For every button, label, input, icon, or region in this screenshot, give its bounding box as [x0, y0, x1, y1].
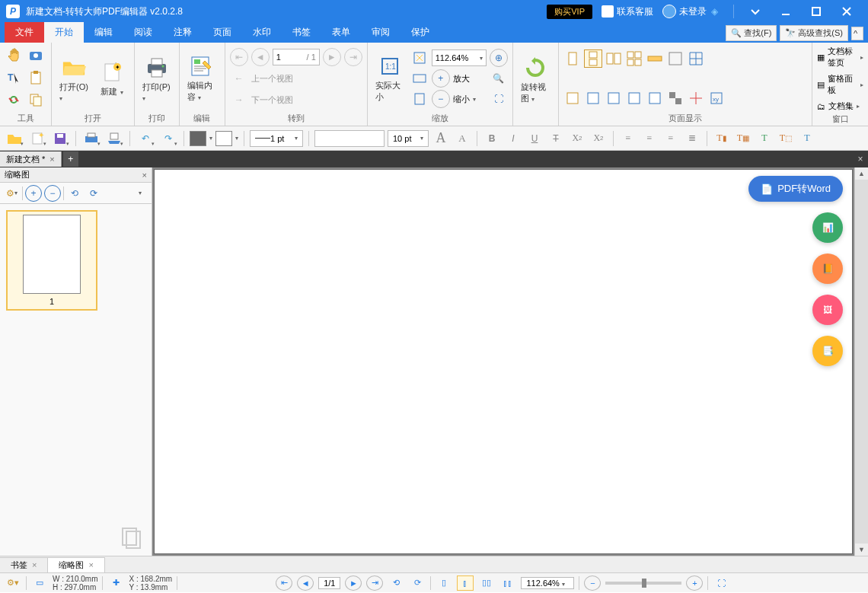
highlight-button[interactable]: T▦: [734, 129, 752, 148]
thumb-zoom-in-button[interactable]: +: [25, 185, 42, 202]
status-last-page-button[interactable]: ⇥: [366, 575, 383, 591]
pdf-to-image-button[interactable]: 🖼: [812, 295, 843, 325]
page-canvas[interactable]: 📄 PDF转Word 📊 📙 🖼 📑: [154, 169, 853, 554]
last-page-button[interactable]: ⇥: [344, 48, 362, 66]
ruler-button[interactable]: [646, 49, 664, 68]
advanced-find-button[interactable]: 🔭 高级查找(S): [780, 25, 848, 41]
clipboard-tool-button[interactable]: [27, 69, 45, 87]
superscript-button[interactable]: X2: [589, 129, 608, 148]
thumb-more-button[interactable]: ▾: [132, 185, 148, 202]
pdf-to-ppt-button[interactable]: 📙: [812, 253, 843, 284]
status-zoom-out-button[interactable]: −: [584, 575, 601, 591]
login-button[interactable]: 未登录 ◈: [662, 5, 718, 18]
rotate-view-button[interactable]: 旋转视图 ▾: [518, 54, 554, 106]
find-button[interactable]: 🔍 查找(F): [726, 25, 777, 41]
qt-save-button[interactable]: ▾: [50, 129, 70, 148]
print-button[interactable]: 打印(P) ▾: [139, 54, 174, 104]
qt-new-button[interactable]: ✦▾: [27, 129, 47, 148]
zoom-loupe-in-button[interactable]: ⊕: [490, 49, 508, 67]
grid1-button[interactable]: [666, 49, 685, 68]
status-page-input[interactable]: 1/1: [318, 577, 340, 589]
page-input[interactable]: 1/ 1: [273, 49, 320, 65]
checker-button[interactable]: [666, 89, 685, 107]
scroll-down-button[interactable]: ▼: [855, 544, 868, 556]
qt-undo-button[interactable]: ↶▾: [136, 129, 155, 148]
contact-support-button[interactable]: 联系客服: [602, 5, 653, 18]
vertical-scrollbar[interactable]: ▲ ▼: [854, 167, 868, 556]
pdf-to-word-button[interactable]: 📄 PDF转Word: [748, 176, 843, 202]
thumb-rotate-ccw-button[interactable]: ⟲: [66, 185, 83, 202]
bottom-tab-bookmarks[interactable]: 书签×: [0, 557, 48, 572]
zoom-input[interactable]: 112.64%▾: [432, 49, 487, 66]
text-select-tool-button[interactable]: T: [5, 69, 23, 87]
panels-button[interactable]: ▤ 窗格面板 ▸: [817, 73, 863, 96]
dropdown-button[interactable]: [740, 0, 771, 23]
status-next-page-button[interactable]: ►: [345, 575, 362, 591]
pdf-convert-button[interactable]: 📑: [812, 336, 843, 366]
xy-button[interactable]: xy: [707, 89, 726, 107]
grid2-button[interactable]: [687, 49, 705, 68]
text-color-button[interactable]: T▮: [713, 129, 731, 148]
thumb-options-button[interactable]: ⚙▾: [3, 185, 20, 202]
align-justify-button[interactable]: ≣: [683, 129, 701, 148]
buy-vip-button[interactable]: 购买VIP: [547, 5, 592, 19]
edit-content-button[interactable]: 编辑内容 ▾: [184, 53, 220, 104]
italic-button[interactable]: I: [504, 129, 522, 148]
snapshot-tool-button[interactable]: [27, 46, 45, 65]
zoom-slider[interactable]: [605, 582, 681, 585]
strike-button[interactable]: T: [547, 129, 565, 148]
align-left-button[interactable]: ≡: [619, 129, 637, 148]
actual-size-button[interactable]: 1:1 实际大小: [372, 53, 407, 104]
font-size-input[interactable]: 10 pt▾: [388, 130, 429, 147]
zoom-out-icon-button[interactable]: −: [432, 90, 450, 108]
qt-print-button[interactable]: ▾: [81, 129, 101, 148]
tab-protect[interactable]: 保护: [400, 22, 440, 43]
status-continuous-button[interactable]: ⫿: [457, 575, 474, 591]
qt-open-button[interactable]: ▾: [5, 129, 24, 148]
stroke-dd[interactable]: ▾: [235, 135, 238, 142]
line-width-input[interactable]: 1 pt▾: [250, 130, 303, 147]
shrink-font-button[interactable]: A: [453, 129, 471, 148]
tab-watermark[interactable]: 水印: [242, 22, 282, 43]
thumbnail-page-1[interactable]: 1: [6, 210, 97, 311]
grow-font-button[interactable]: A: [432, 129, 450, 148]
prev-page-button[interactable]: ◄: [251, 48, 270, 66]
zoom-marquee-button[interactable]: ⛶: [490, 90, 508, 108]
thumb-zoom-out-button[interactable]: −: [44, 185, 61, 202]
link-tool-button[interactable]: [5, 91, 23, 109]
continuous-page-button[interactable]: [584, 49, 602, 68]
hand-tool-button[interactable]: [5, 46, 23, 65]
fullscreen-button[interactable]: ⛶: [713, 575, 729, 591]
tab-bookmark[interactable]: 书签: [282, 22, 321, 43]
text-fx1-button[interactable]: T: [755, 129, 774, 148]
close-icon[interactable]: ×: [32, 560, 37, 569]
subscript-button[interactable]: X2: [568, 129, 586, 148]
snap-button[interactable]: [687, 89, 705, 107]
layout1-button[interactable]: [563, 89, 582, 107]
thumb-rotate-cw-button[interactable]: ⟳: [85, 185, 102, 202]
layout3-button[interactable]: [605, 89, 623, 107]
fit-width-button[interactable]: [410, 69, 429, 88]
close-all-tabs-button[interactable]: ×: [853, 154, 868, 164]
zoom-in-icon-button[interactable]: +: [432, 69, 450, 88]
single-page-button[interactable]: [563, 49, 582, 68]
new-button[interactable]: ✦ 新建 ▾: [94, 59, 129, 99]
prev-view-button[interactable]: ←: [230, 69, 248, 88]
doc-tabs-button[interactable]: ▦ 文档标签页 ▸: [817, 46, 863, 69]
status-prev-view-button[interactable]: ⟲: [388, 575, 404, 591]
underline-button[interactable]: U: [525, 129, 544, 148]
fill-color-swatch[interactable]: [190, 131, 206, 146]
two-page-button[interactable]: [605, 49, 623, 68]
tab-read[interactable]: 阅读: [123, 22, 163, 43]
next-view-button[interactable]: →: [230, 91, 248, 109]
fit-visible-button[interactable]: [410, 90, 429, 108]
tab-review[interactable]: 审阅: [361, 22, 400, 43]
two-page-cont-button[interactable]: [625, 49, 643, 68]
first-page-button[interactable]: ⇤: [230, 48, 248, 66]
close-button[interactable]: [831, 0, 862, 23]
tab-file[interactable]: 文件: [5, 22, 44, 43]
layout2-button[interactable]: [584, 89, 602, 107]
scroll-up-button[interactable]: ▲: [855, 167, 868, 180]
align-right-button[interactable]: ≡: [662, 129, 680, 148]
qt-scan-button[interactable]: ▾: [104, 129, 124, 148]
